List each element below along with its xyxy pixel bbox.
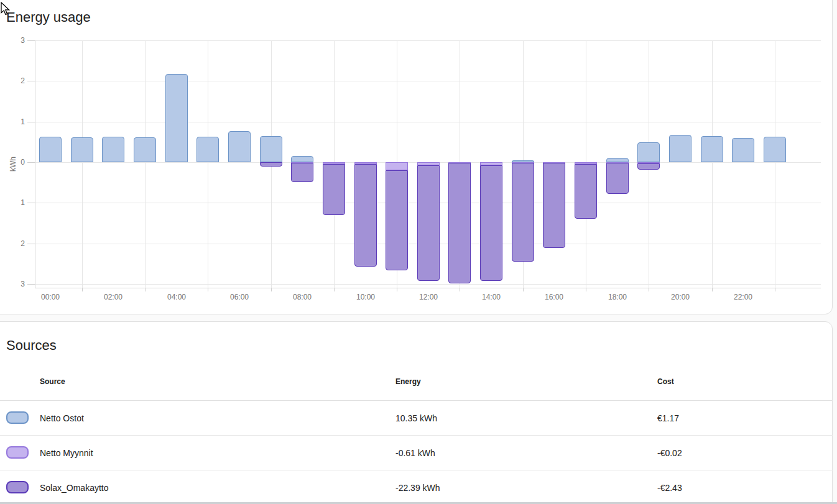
column-header-cost: Cost <box>657 370 674 393</box>
bar-netto-ostot[interactable] <box>291 156 313 162</box>
bar-solax-omakaytto[interactable] <box>637 163 660 170</box>
mouse-cursor <box>1 2 12 17</box>
x-axis-tick-label: 14:00 <box>476 293 506 301</box>
source-cost-value: €1.17 <box>657 401 679 436</box>
bar-solax-omakaytto[interactable] <box>543 163 565 248</box>
source-color-swatch <box>6 481 29 493</box>
y-axis-tick-label: 3 <box>6 36 25 45</box>
gridline-vertical <box>82 40 83 288</box>
y-axis-tick <box>27 203 35 203</box>
bar-solax-omakaytto[interactable] <box>606 163 629 194</box>
source-color-swatch <box>6 411 29 424</box>
gridline-vertical <box>145 40 146 288</box>
gridline-horizontal <box>35 81 821 81</box>
x-axis-line <box>35 288 821 288</box>
source-cost-value: -€2.43 <box>657 470 682 504</box>
bar-netto-ostot[interactable] <box>701 136 723 162</box>
gridline-horizontal <box>35 122 821 122</box>
column-header-energy: Energy <box>395 370 421 393</box>
sources-table-row: Solax_Omakaytto-22.39 kWh-€2.43 <box>0 470 833 504</box>
bar-netto-ostot[interactable] <box>228 131 251 162</box>
x-axis-tick-label: 04:00 <box>162 293 192 301</box>
sources-table-row: Netto Myynnit-0.61 kWh-€0.02 <box>0 436 833 470</box>
x-axis-tick-label: 20:00 <box>665 293 695 301</box>
bar-netto-ostot[interactable] <box>669 135 691 162</box>
bar-netto-ostot[interactable] <box>197 137 219 162</box>
bar-netto-ostot[interactable] <box>732 138 754 162</box>
bar-netto-ostot[interactable] <box>71 137 93 162</box>
x-axis-tick-label: 22:00 <box>728 293 758 301</box>
x-axis-tick-label: 02:00 <box>98 293 128 301</box>
source-energy-value: 10.35 kWh <box>395 401 437 436</box>
x-axis-tick-label: 12:00 <box>414 293 443 301</box>
bar-netto-ostot[interactable] <box>637 142 660 162</box>
sources-table-body: Netto Ostot10.35 kWh€1.17Netto Myynnit-0… <box>0 401 833 504</box>
energy-usage-chart: 321012300:0002:0004:0006:0008:0010:0012:… <box>0 0 837 318</box>
sources-title: Sources <box>6 337 57 354</box>
x-axis-tick-label: 18:00 <box>603 293 632 301</box>
gridline-vertical <box>208 40 208 288</box>
bar-netto-myynnit[interactable] <box>386 162 408 170</box>
sources-table-header: Source Energy Cost <box>0 370 833 401</box>
bar-netto-ostot[interactable] <box>606 158 629 162</box>
gridline-vertical <box>775 40 775 288</box>
bar-netto-ostot[interactable] <box>260 136 282 162</box>
bar-solax-omakaytto[interactable] <box>575 164 597 219</box>
y-axis-tick <box>27 284 35 285</box>
y-axis-tick <box>27 244 35 244</box>
y-axis-tick-label: 1 <box>6 198 25 207</box>
bar-netto-ostot[interactable] <box>134 137 156 162</box>
y-axis-tick <box>27 162 35 163</box>
y-axis-tick <box>27 122 35 122</box>
source-energy-value: -22.39 kWh <box>395 470 440 504</box>
bar-netto-ostot[interactable] <box>102 137 124 162</box>
x-axis-tick-label: 10:00 <box>351 293 381 301</box>
bar-solax-omakaytto[interactable] <box>448 163 471 283</box>
bar-solax-omakaytto[interactable] <box>512 163 534 262</box>
bar-solax-omakaytto[interactable] <box>386 170 408 270</box>
source-name: Solax_Omakaytto <box>40 470 109 504</box>
y-axis-tick-label: 3 <box>6 280 25 288</box>
bar-netto-ostot[interactable] <box>165 74 188 162</box>
x-axis-tick-label: 06:00 <box>224 293 254 301</box>
x-axis-tick-label: 08:00 <box>287 293 317 301</box>
y-axis-tick-label: 2 <box>6 76 25 85</box>
source-color-swatch <box>6 446 29 459</box>
y-axis-tick-label: 2 <box>6 239 25 248</box>
y-axis-line <box>35 40 35 288</box>
source-cost-value: -€0.02 <box>657 436 682 470</box>
x-axis-tick-label: 16:00 <box>539 293 569 301</box>
y-axis-tick-label: 1 <box>6 117 25 126</box>
bar-solax-omakaytto[interactable] <box>260 162 282 167</box>
y-axis-title: kWh <box>9 157 17 172</box>
bar-netto-ostot[interactable] <box>764 137 786 162</box>
source-name: Netto Ostot <box>40 401 84 436</box>
x-axis-tick-label: 00:00 <box>35 293 65 301</box>
bar-solax-omakaytto[interactable] <box>417 165 440 281</box>
bar-solax-omakaytto[interactable] <box>291 163 313 182</box>
y-axis-tick <box>27 81 35 81</box>
bar-solax-omakaytto[interactable] <box>323 164 345 215</box>
source-energy-value: -0.61 kWh <box>395 436 435 470</box>
bar-netto-ostot[interactable] <box>39 137 62 162</box>
sources-table-row: Netto Ostot10.35 kWh€1.17 <box>0 401 833 436</box>
gridline-horizontal <box>35 40 821 41</box>
y-axis-tick <box>27 40 35 41</box>
gridline-vertical <box>712 40 713 288</box>
bar-solax-omakaytto[interactable] <box>480 165 502 281</box>
column-header-source: Source <box>40 370 65 393</box>
bar-solax-omakaytto[interactable] <box>354 164 377 267</box>
source-name: Netto Myynnit <box>40 436 93 470</box>
gridline-horizontal <box>35 284 821 285</box>
